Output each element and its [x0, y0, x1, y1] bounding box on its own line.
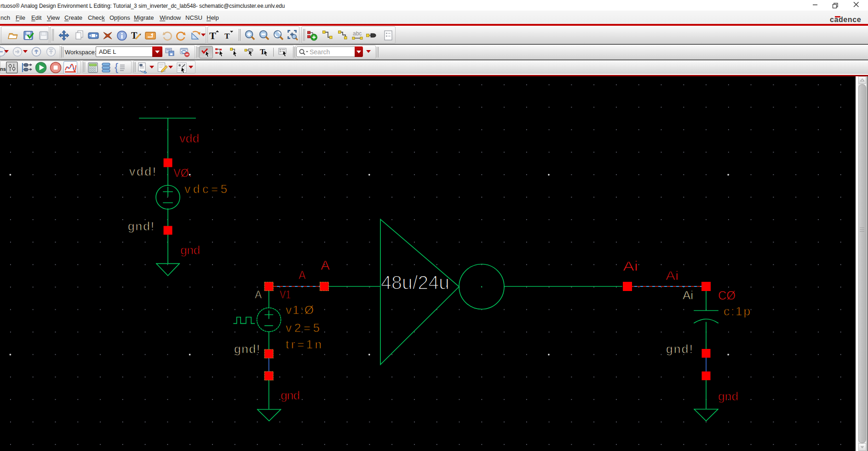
svg-text:abc: abc [353, 30, 362, 37]
svg-text:T: T [224, 32, 230, 40]
svg-text:gnd: gnd [180, 243, 200, 257]
svg-text:tr=1n: tr=1n [286, 337, 322, 351]
svg-text:Ai: Ai [623, 258, 638, 274]
svg-text:CØ: CØ [718, 289, 736, 303]
svg-text:A: A [255, 288, 262, 301]
svg-text:gnd: gnd [281, 388, 300, 402]
svg-text:V1: V1 [280, 288, 291, 301]
svg-text:c:1p: c:1p [724, 304, 750, 318]
svg-text:Ai: Ai [683, 288, 693, 302]
svg-text:vdd: vdd [179, 131, 199, 145]
svg-text:T: T [209, 30, 216, 41]
svg-text:Ai: Ai [666, 269, 678, 283]
svg-text:48u/24u: 48u/24u [381, 271, 449, 293]
svg-text:A: A [321, 257, 330, 273]
svg-text:A: A [299, 268, 306, 281]
svg-text:{: { [115, 62, 118, 73]
svg-text:gnd: gnd [718, 389, 738, 403]
svg-text:VØ.: VØ. [173, 166, 192, 180]
